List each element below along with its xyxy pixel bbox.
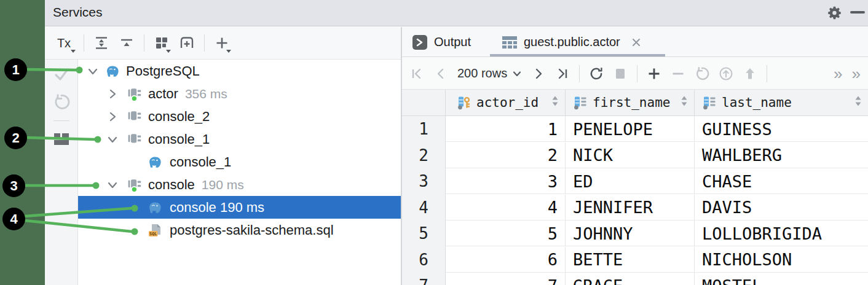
plus-icon — [647, 66, 661, 81]
sort-toggle-icon[interactable] — [681, 95, 688, 111]
expand-all-button[interactable] — [93, 35, 109, 51]
cell-actor-id[interactable]: 7 — [446, 273, 566, 285]
cell-first-name[interactable]: JOHNNY — [566, 221, 695, 246]
column-header-last-name[interactable]: last_name — [695, 90, 868, 115]
close-icon[interactable] — [630, 36, 642, 49]
stop-icon — [614, 68, 626, 80]
cell-actor-id[interactable]: 6 — [446, 247, 566, 273]
left-actions-toolbar — [45, 60, 78, 285]
last-page-button[interactable] — [555, 66, 570, 81]
active-tab-underline — [490, 54, 665, 57]
settings-gear-icon[interactable] — [827, 5, 843, 21]
reload-button[interactable] — [589, 66, 604, 81]
cell-last-name[interactable]: DAVIS — [695, 195, 868, 221]
tree-row-console-190ms-selected[interactable]: console 190 ms — [78, 196, 401, 219]
toolbar-separator — [84, 34, 84, 52]
cell-actor-id[interactable]: 3 — [446, 168, 566, 194]
cell-actor-id[interactable]: 5 — [446, 221, 566, 246]
group-by-icon — [154, 36, 169, 50]
row-number[interactable]: 3 — [402, 168, 445, 194]
row-number[interactable]: 5 — [402, 221, 445, 246]
chevrons-hide-icon[interactable]: » — [852, 66, 861, 82]
tab-output[interactable]: Output — [412, 27, 471, 57]
collapse-all-button[interactable] — [119, 35, 135, 51]
column-header-actor-id[interactable]: actor_id — [446, 90, 566, 115]
tx-transaction-button[interactable]: Tx — [53, 35, 74, 51]
services-toolbar: Tx — [45, 27, 401, 60]
chevron-down-icon[interactable] — [106, 178, 119, 192]
cell-actor-id[interactable]: 1 — [446, 116, 566, 142]
plus-icon — [215, 36, 229, 50]
dropdown-arrow-icon — [226, 50, 231, 53]
row-number[interactable]: 7 — [402, 273, 445, 285]
data-grid-toolbar: 200 rows » » — [402, 58, 868, 90]
data-grid: actor_id first_name last_name 1 2 3 4 5 … — [402, 90, 868, 285]
dropdown-arrow-icon — [71, 50, 76, 53]
session-icon — [127, 177, 143, 193]
commit-upload-button[interactable] — [743, 66, 757, 81]
group-by-button[interactable] — [154, 35, 170, 51]
stop-button[interactable] — [613, 66, 628, 81]
cell-first-name[interactable]: BETTE — [566, 247, 695, 273]
add-row-button[interactable] — [647, 66, 661, 81]
submit-icon — [719, 66, 733, 82]
next-page-icon — [532, 67, 545, 80]
cell-last-name[interactable]: LOLLOBRIGIDA — [695, 221, 868, 246]
toolbar-separator — [637, 65, 637, 82]
tree-row-console-1-file[interactable]: console_1 — [78, 150, 401, 173]
cell-last-name[interactable]: WAHLBERG — [695, 142, 868, 168]
cell-last-name[interactable]: GUINESS — [695, 116, 868, 142]
cell-first-name[interactable]: ED — [566, 168, 695, 194]
rollback-button[interactable] — [53, 93, 70, 113]
sort-toggle-icon[interactable] — [551, 95, 559, 111]
tree-row-console[interactable]: console190 ms — [78, 173, 401, 196]
row-number[interactable]: 2 — [402, 142, 445, 168]
revert-button[interactable] — [695, 66, 709, 81]
column-header-first-name[interactable]: first_name — [566, 90, 695, 115]
chevron-down-icon[interactable] — [86, 64, 100, 78]
cell-first-name[interactable]: GRACE — [566, 273, 695, 285]
connected-dot-icon — [132, 95, 137, 101]
session-icon — [127, 109, 143, 125]
tree-row-console-2[interactable]: console_2 — [78, 105, 401, 128]
next-page-button[interactable] — [531, 66, 546, 81]
tab-guest-public-actor[interactable]: guest.public.actor — [502, 27, 642, 57]
tree-row-actor[interactable]: actor356 ms — [78, 82, 401, 105]
chevron-down-icon[interactable] — [106, 133, 119, 146]
sort-toggle-icon[interactable] — [854, 95, 862, 111]
add-button[interactable] — [214, 35, 230, 51]
tree-row-console-1[interactable]: console_1 — [78, 128, 401, 150]
tree-row-sakila-schema-sql[interactable]: SQL postgres-sakila-schema.sql — [78, 219, 401, 241]
table-row: 2 NICK WAHLBERG — [446, 142, 868, 168]
toolbar-separator — [579, 65, 580, 82]
row-number[interactable]: 1 — [402, 116, 445, 142]
row-number[interactable]: 6 — [402, 247, 445, 273]
primary-key-column-icon — [457, 95, 471, 110]
dropdown-arrow-icon — [166, 50, 171, 53]
chevron-right-icon[interactable] — [106, 110, 119, 123]
collapse-all-icon — [119, 35, 135, 51]
submit-button[interactable] — [719, 66, 733, 81]
cell-first-name[interactable]: PENELOPE — [566, 116, 695, 142]
services-layout-button[interactable] — [53, 131, 70, 150]
cell-actor-id[interactable]: 2 — [446, 142, 566, 168]
cell-last-name[interactable]: NICHOLSON — [695, 247, 868, 273]
tree-row-postgresql[interactable]: PostgreSQL — [78, 60, 401, 82]
add-service-button[interactable] — [179, 35, 195, 51]
cell-first-name[interactable]: NICK — [566, 142, 695, 168]
delete-row-button[interactable] — [671, 66, 685, 81]
hide-tool-window-icon[interactable] — [850, 11, 865, 14]
gutter-header-cell[interactable] — [402, 90, 446, 115]
cell-last-name[interactable]: CHASE — [695, 168, 868, 194]
commit-button[interactable] — [52, 65, 71, 86]
previous-page-button[interactable] — [433, 66, 448, 81]
first-page-button[interactable] — [409, 66, 424, 81]
chevron-right-icon[interactable] — [106, 87, 119, 101]
cell-first-name[interactable]: JENNIFER — [566, 195, 695, 221]
chevrons-more-icon[interactable]: » — [834, 66, 842, 82]
page-size-selector[interactable]: 200 rows — [457, 66, 522, 80]
cell-last-name[interactable]: MOSTEL — [695, 273, 868, 285]
row-number[interactable]: 4 — [402, 195, 445, 221]
toolbar-separator — [204, 34, 205, 52]
cell-actor-id[interactable]: 4 — [446, 195, 566, 221]
